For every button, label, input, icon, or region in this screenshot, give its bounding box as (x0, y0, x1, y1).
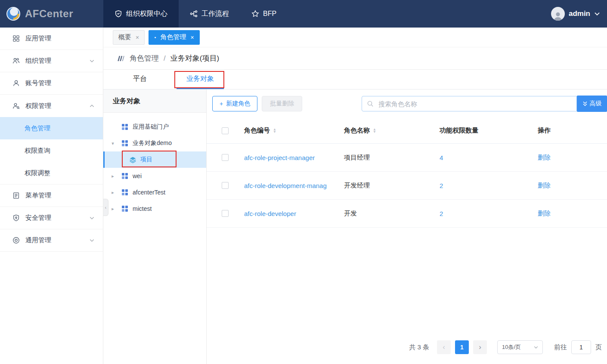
user-menu[interactable]: admin (551, 0, 607, 28)
tree-item-wei[interactable]: ▸ wei (103, 168, 206, 184)
sidebar-item-security-management[interactable]: 安全管理 (0, 207, 103, 229)
tab-label: 概要 (118, 33, 131, 41)
star-icon (251, 10, 259, 18)
subtab-business-object[interactable]: 业务对象 (177, 70, 224, 89)
role-code-link[interactable]: afc-role-project-manager (238, 154, 338, 161)
double-chevron-down-icon (582, 101, 588, 107)
tree-panel-title: 业务对象 (103, 89, 206, 113)
username: admin (569, 9, 590, 18)
topnav-label: BFP (263, 10, 276, 18)
role-name: 开发经理 (338, 182, 434, 190)
role-code-link[interactable]: afc-role-developer (238, 210, 338, 217)
workflow-icon (190, 10, 198, 18)
sidebar: 应用管理 组织管理 账号管理 (0, 28, 103, 364)
page-size-select[interactable]: 10条/页 (497, 340, 543, 354)
tree-item-label: afcenterTest (133, 189, 165, 196)
sort-icon[interactable]: ▲ ▼ (373, 128, 376, 133)
breadcrumb-separator: / (164, 54, 166, 63)
sidebar-group-permission: 权限管理 角色管理 权限查询 权限调整 (0, 95, 103, 185)
new-role-label: 新建角色 (226, 100, 250, 108)
tree-item-afcentertest[interactable]: ▸ afcenterTest (103, 184, 206, 201)
sort-icon[interactable]: ▲ ▼ (273, 128, 276, 133)
role-code-link[interactable]: afc-role-development-manag (238, 182, 338, 189)
sidebar-item-account-management[interactable]: 账号管理 (0, 72, 103, 95)
sidebar-item-role-management[interactable]: 角色管理 (0, 117, 103, 139)
active-dot-icon: ● (154, 36, 156, 39)
row-checkbox[interactable] (222, 154, 229, 161)
sidebar-item-menu-management[interactable]: 菜单管理 (0, 185, 103, 207)
tree-item-app-basic-portal[interactable]: 应用基础门户 (103, 119, 206, 135)
sidebar-item-permission-management[interactable]: 权限管理 (0, 95, 103, 117)
chevron-down-icon (90, 59, 94, 63)
permission-count-link[interactable]: 4 (434, 154, 532, 161)
sidebar-item-label: 权限调整 (25, 169, 50, 177)
tab-role-management[interactable]: ● 角色管理 × (149, 30, 199, 45)
sidebar-item-permission-query[interactable]: 权限查询 (0, 139, 103, 162)
sidebar-item-label: 组织管理 (25, 57, 51, 65)
advanced-search-button[interactable]: 高级 (577, 96, 607, 112)
next-page-button[interactable]: › (473, 340, 487, 354)
grid-node-icon (121, 189, 129, 196)
menu-doc-icon (12, 192, 20, 200)
close-icon[interactable]: × (190, 34, 194, 41)
search-input[interactable] (362, 96, 577, 111)
sidebar-item-label: 权限查询 (25, 147, 50, 155)
permission-count-link[interactable]: 2 (434, 182, 532, 189)
batch-delete-label: 批量删除 (270, 100, 294, 108)
goto-page-input[interactable] (571, 340, 591, 354)
select-all-checkbox[interactable] (222, 127, 229, 134)
close-icon[interactable]: × (136, 34, 139, 41)
column-header-permission-count: 功能权限数量 (434, 126, 532, 135)
tree-item-label: 业务对象demo (133, 139, 172, 147)
top-navigation: 组织权限中心 工作流程 BFP (103, 0, 288, 28)
search-box (362, 96, 577, 111)
subtab-platform[interactable]: 平台 (121, 70, 159, 89)
column-header-role-code[interactable]: 角色编号 ▲ ▼ (238, 126, 338, 135)
breadcrumb-section[interactable]: 角色管理 (130, 53, 159, 63)
sort-down-icon: ▼ (373, 131, 376, 133)
topnav-bfp[interactable]: BFP (240, 0, 288, 28)
layers-icon (129, 156, 136, 163)
breadcrumb: 角色管理 / 业务对象(项目) (103, 47, 607, 70)
sort-down-icon: ▼ (273, 131, 276, 133)
delete-link[interactable]: 删除 (532, 154, 607, 162)
advanced-label: 高级 (590, 100, 602, 108)
panel-collapse-handle[interactable]: ‹ (103, 199, 108, 216)
sidebar-item-organization-management[interactable]: 组织管理 (0, 50, 103, 72)
topnav-workflow[interactable]: 工作流程 (179, 0, 240, 28)
tree-item-mictest[interactable]: ▸ mictest (103, 201, 206, 217)
page-number-button[interactable]: 1 (455, 340, 469, 354)
tree-item-business-object-demo[interactable]: ▾ 业务对象demo (103, 135, 206, 151)
sidebar-item-label: 角色管理 (25, 124, 50, 133)
expander-collapsed-icon[interactable]: ▸ (109, 206, 116, 212)
business-object-tree-panel: 业务对象 应用基础门户 ▾ (103, 89, 207, 364)
sidebar-item-general-management[interactable]: 通用管理 (0, 229, 103, 252)
prev-page-button[interactable]: ‹ (437, 340, 451, 354)
new-role-button[interactable]: + 新建角色 (212, 96, 257, 111)
sidebar-item-app-management[interactable]: 应用管理 (0, 28, 103, 50)
expander-collapsed-icon[interactable]: ▸ (109, 173, 116, 179)
column-header-label: 角色名称 (344, 126, 370, 135)
tree-item-project[interactable]: 项目 (103, 151, 206, 168)
grid-node-icon (121, 140, 129, 147)
row-checkbox[interactable] (222, 182, 229, 189)
expander-expanded-icon[interactable]: ▾ (109, 141, 116, 146)
sidebar-item-permission-adjust[interactable]: 权限调整 (0, 162, 103, 184)
topnav-org-permission-center[interactable]: 组织权限中心 (103, 0, 179, 28)
tree-item-label: 应用基础门户 (133, 123, 169, 131)
tab-overview[interactable]: 概要 × (113, 30, 145, 45)
batch-delete-button[interactable]: 批量删除 (262, 96, 302, 111)
column-header-label: 功能权限数量 (440, 126, 478, 135)
expander-collapsed-icon[interactable]: ▸ (109, 190, 116, 195)
permission-count-link[interactable]: 2 (434, 210, 532, 217)
column-header-actions: 操作 (532, 126, 607, 135)
delete-link[interactable]: 删除 (532, 210, 607, 218)
row-checkbox[interactable] (222, 210, 229, 217)
tree-item-label: wei (133, 173, 142, 179)
table-row: afc-role-development-manag 开发经理 2 删除 (207, 172, 607, 200)
column-header-role-name[interactable]: 角色名称 ▲ ▼ (338, 126, 434, 135)
table-row: afc-role-developer 开发 2 删除 (207, 200, 607, 228)
app-grid-icon (12, 35, 20, 43)
delete-link[interactable]: 删除 (532, 182, 607, 190)
main-content: 概要 × ● 角色管理 × 角色管理 / 业务对象(项目) (103, 28, 607, 364)
